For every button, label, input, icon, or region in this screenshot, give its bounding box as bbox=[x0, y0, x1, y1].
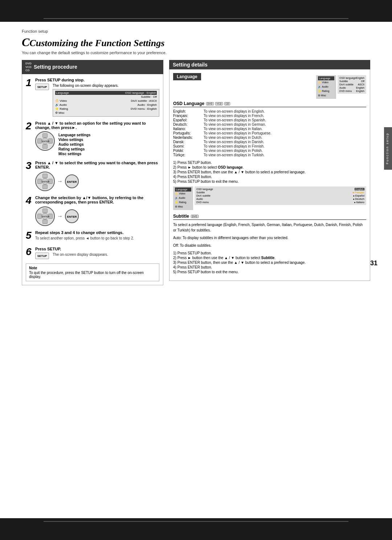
step-1: 1 Press SETUP during stop. SETUP The fol… bbox=[26, 78, 159, 117]
disc-icons-left: DVD VCD CD bbox=[25, 62, 32, 72]
step-5-number: 5 bbox=[26, 230, 32, 241]
step-2-content: Press ▲ / ▼ to select an option for the … bbox=[35, 121, 159, 156]
step-4-title: Change the selection by ▲/▼ buttons, by … bbox=[35, 196, 159, 204]
setup-button-1: SETUP bbox=[35, 84, 49, 90]
top-bar bbox=[0, 0, 392, 22]
step-3-number: 3 bbox=[26, 161, 32, 171]
setting-details-title: Setting details bbox=[173, 62, 208, 68]
step-1-desc: The following on-screen display appears. bbox=[53, 84, 159, 88]
osd-steps: 1) Press SETUP button. 2) Press ► button… bbox=[173, 161, 366, 184]
steps-box: 1 Press SETUP during stop. SETUP The fol… bbox=[22, 74, 163, 285]
page-title: CCustomizing the Function Settings bbox=[22, 36, 370, 49]
step-6-content: Press SETUP. SETUP The on-screen display… bbox=[35, 247, 159, 259]
enter-button-3: ENTER bbox=[65, 174, 79, 188]
dpad-2: ENTER bbox=[35, 131, 55, 151]
page-subtitle: You can change the default settings to c… bbox=[22, 51, 370, 55]
step-6: 6 Press SETUP. SETUP The on-screen displ… bbox=[26, 247, 159, 259]
page-number: 31 bbox=[370, 259, 377, 267]
top-bar-line bbox=[44, 18, 348, 19]
step-6-desc: The on-screen display disappears. bbox=[53, 253, 108, 257]
setting-procedure-title: Setting procedure bbox=[34, 64, 77, 70]
mini-screen-right-top: Language 📀 Video 🔊 Audio ⭐ Rating ⚙ Misc… bbox=[316, 75, 366, 99]
content-columns: DVD VCD CD Setting procedure 1 Press SET… bbox=[22, 60, 370, 285]
step-1-title: Press SETUP during stop. bbox=[35, 78, 159, 82]
osd-language-header: OSD Language DVD VCD CD bbox=[173, 101, 366, 107]
right-column: Setting details Language Language 📀 Vide… bbox=[169, 60, 370, 281]
step-1-illus: SETUP The following on-screen display ap… bbox=[35, 84, 159, 117]
step-5-content: Repeat steps 3 and 4 to change other set… bbox=[35, 230, 159, 242]
osd-mini-screen: Language 📀 Video 🔊 Audio ⭐ Rating ⚙ Misc… bbox=[173, 186, 366, 210]
step-6-illus: SETUP The on-screen display disappears. bbox=[35, 253, 159, 259]
left-column: DVD VCD CD Setting procedure 1 Press SET… bbox=[22, 60, 163, 285]
language-table: English:To view on-screen displays in En… bbox=[173, 109, 366, 157]
details-box: Language Language 📀 Video 🔊 Audio ⭐ Rati… bbox=[169, 69, 370, 281]
step-1-content: Press SETUP during stop. SETUP The follo… bbox=[35, 78, 159, 117]
step-5: 5 Repeat steps 3 and 4 to change other s… bbox=[26, 230, 159, 242]
setup-button-6: SETUP bbox=[35, 253, 49, 259]
step-2-title: Press ▲ / ▼ to select an option for the … bbox=[35, 121, 159, 130]
subtitle-desc-2: Auto: To display subtitles in different … bbox=[173, 235, 366, 241]
step-4-content: Change the selection by ▲/▼ buttons, by … bbox=[35, 196, 159, 226]
mini-screen-1: LanguageOSD language : English Subtitle … bbox=[53, 89, 159, 117]
mini-row-rating: ⭐ RatingDVD menu : English bbox=[55, 107, 157, 111]
step-3: 3 Press ▲ / ▼ to select the setting you … bbox=[26, 161, 159, 191]
mini-row-video: 📀 VideoDivX subtitle : ASCII bbox=[55, 99, 157, 103]
step-1-number: 1 bbox=[26, 78, 32, 88]
bottom-bar-line bbox=[44, 521, 348, 522]
setting-procedure-header: DVD VCD CD Setting procedure bbox=[22, 60, 163, 74]
note-box: Note To quit the procedure, press the SE… bbox=[26, 263, 159, 281]
step-3-dpad: ENTER → ENTER bbox=[35, 172, 159, 191]
subtitle-desc-3: Off: To disable subtitles. bbox=[173, 243, 366, 248]
mini-row-misc: ⚙ Misc bbox=[55, 111, 157, 115]
breadcrumb: Function setup bbox=[22, 29, 370, 33]
step-5-title: Repeat steps 3 and 4 to change other set… bbox=[35, 230, 159, 235]
step-4: 4 Change the selection by ▲/▼ buttons, b… bbox=[26, 196, 159, 226]
arrow-right-3: → bbox=[57, 178, 63, 185]
mini-row-subtitle: Subtitle : Off bbox=[55, 95, 157, 99]
sidebar-label: Function setup bbox=[384, 127, 392, 170]
step-6-title: Press SETUP. bbox=[35, 247, 159, 251]
language-badge: Language bbox=[173, 73, 201, 80]
mini-row-audio: 🔊 AudioAudio : English bbox=[55, 103, 157, 107]
setting-details-header: Setting details bbox=[169, 60, 370, 69]
main-content: Function setup CCustomizing the Function… bbox=[0, 22, 392, 293]
bottom-bar bbox=[0, 518, 392, 540]
subtitle-steps: 1) Press SETUP button. 2) Press ► button… bbox=[173, 251, 366, 274]
mini-row-language: LanguageOSD language : English bbox=[55, 91, 157, 95]
option-list: Language settings Video settings Audio s… bbox=[58, 133, 90, 156]
step-6-number: 6 bbox=[26, 247, 32, 257]
enter-button-4: ENTER bbox=[65, 209, 79, 223]
step-4-dpad: ENTER → ENTER bbox=[35, 206, 159, 226]
step-3-content: Press ▲ / ▼ to select the setting you wa… bbox=[35, 161, 159, 191]
step-2-number: 2 bbox=[26, 121, 32, 131]
subtitle-header: Subtitle DVD bbox=[173, 214, 366, 220]
note-text: To quit the procedure, press the SETUP b… bbox=[29, 271, 156, 279]
step-4-number: 4 bbox=[26, 196, 32, 206]
subtitle-desc-1: To select a preferred language (English,… bbox=[173, 222, 366, 233]
arrow-right-4: → bbox=[57, 213, 63, 219]
step-3-title: Press ▲ / ▼ to select the setting you wa… bbox=[35, 161, 159, 169]
note-title: Note bbox=[29, 266, 156, 270]
step-5-desc: To select another option, press ◄ button… bbox=[35, 236, 159, 240]
step-2: 2 Press ▲ / ▼ to select an option for th… bbox=[26, 121, 159, 156]
